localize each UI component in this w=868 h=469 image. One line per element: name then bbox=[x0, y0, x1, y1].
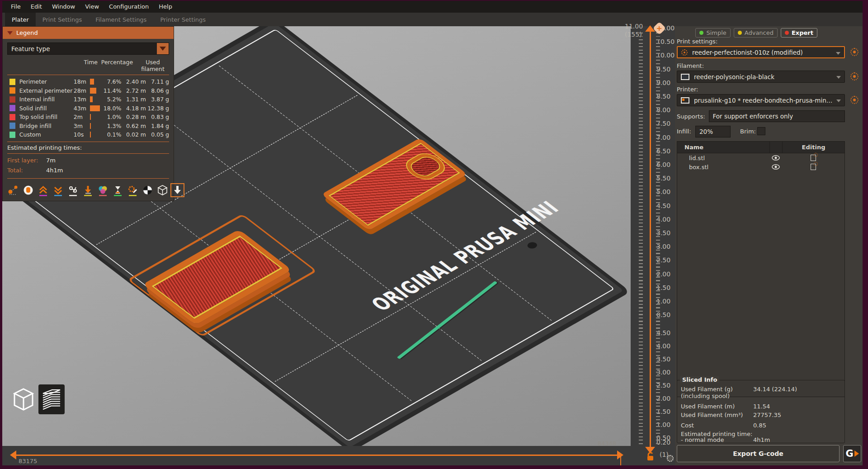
menu-item-file[interactable]: File bbox=[6, 1, 26, 13]
horizontal-slider-left-handle[interactable] bbox=[10, 450, 16, 460]
first-layer-value: 7m bbox=[46, 157, 56, 164]
layer-slider-max-count: (155) bbox=[625, 31, 646, 38]
feature-weight: 0.83 g bbox=[146, 114, 169, 120]
editing-header: Editing bbox=[782, 142, 844, 153]
object-view-icon[interactable] bbox=[171, 184, 184, 196]
legend-header[interactable]: Legend bbox=[3, 27, 174, 39]
percentage-bar bbox=[90, 79, 103, 85]
editing-icon[interactable] bbox=[782, 155, 844, 161]
tab-plater[interactable]: Plater bbox=[5, 13, 36, 26]
print-settings-edit-button[interactable] bbox=[850, 48, 859, 56]
preview-view-button[interactable] bbox=[38, 384, 65, 414]
filament-color-swatch bbox=[681, 74, 689, 80]
color-changes-icon[interactable] bbox=[97, 184, 109, 196]
object-name: box.stl bbox=[677, 164, 769, 171]
layer-slider-track[interactable] bbox=[650, 31, 651, 448]
filament-edit-button[interactable] bbox=[850, 72, 859, 81]
infill-select[interactable]: 20% bbox=[695, 126, 731, 137]
center-of-mass-icon[interactable] bbox=[142, 184, 154, 196]
travel-icon[interactable] bbox=[7, 184, 19, 196]
col-percentage: Percentage bbox=[98, 59, 137, 72]
feature-color-swatch bbox=[9, 79, 15, 85]
slider-settings-gear-icon[interactable] bbox=[667, 455, 674, 462]
unlock-icon[interactable] bbox=[646, 451, 655, 461]
deretractions-icon[interactable] bbox=[52, 184, 64, 196]
sliced-info-label: Used Filament (g) (including spool) bbox=[681, 386, 753, 399]
feature-name: External perimeter bbox=[19, 87, 74, 94]
3d-editor-view-button[interactable] bbox=[10, 384, 37, 414]
menu-item-view[interactable]: View bbox=[80, 1, 104, 13]
feature-time: 28m bbox=[74, 87, 90, 94]
wipe-icon[interactable] bbox=[22, 184, 34, 196]
feature-color-swatch bbox=[9, 132, 15, 138]
printer-select[interactable]: prusalink-g10 * reeder-bondtech-prusa-mi… bbox=[677, 94, 845, 106]
visibility-eye-icon[interactable] bbox=[769, 155, 782, 161]
dropdown-arrow-icon[interactable] bbox=[157, 43, 169, 54]
view-type-select[interactable]: Feature type bbox=[7, 43, 169, 55]
seams-icon[interactable] bbox=[67, 184, 79, 196]
lid-slot-hole bbox=[401, 151, 450, 183]
menu-item-configuration[interactable]: Configuration bbox=[104, 1, 154, 13]
separator bbox=[7, 75, 169, 75]
mode-button-simple[interactable]: Simple bbox=[695, 28, 730, 38]
object-rows: lid.stlbox.stl bbox=[677, 153, 844, 171]
custom-gcode-icon[interactable] bbox=[127, 184, 139, 196]
object-name: lid.stl bbox=[677, 155, 769, 161]
feature-length: 4.18 m bbox=[121, 105, 146, 112]
brim-checkbox[interactable] bbox=[757, 127, 765, 135]
brim-label: Brim: bbox=[740, 128, 756, 135]
separator bbox=[7, 153, 169, 154]
feature-name: Top solid infill bbox=[19, 114, 74, 120]
supports-value: For support enforcers only bbox=[713, 113, 793, 120]
menu-item-edit[interactable]: Edit bbox=[26, 1, 47, 13]
tool-changes-icon[interactable] bbox=[82, 184, 94, 196]
collapse-triangle-icon bbox=[7, 31, 13, 35]
menu-item-help[interactable]: Help bbox=[154, 1, 177, 13]
menu-item-window[interactable]: Window bbox=[47, 1, 80, 13]
mode-button-advanced[interactable]: Advanced bbox=[734, 28, 778, 38]
object-row[interactable]: lid.stl bbox=[677, 153, 844, 162]
legend-row: Bridge infill3m1.3%0.62 m1.84 g bbox=[7, 122, 169, 131]
pauses-icon[interactable] bbox=[112, 184, 124, 196]
print-settings-label: Print settings: bbox=[677, 38, 717, 45]
print-settings-select[interactable]: reeder-perfectionist-010z (modified) bbox=[677, 46, 845, 58]
legend-body: Feature type Time Percentage Used filame… bbox=[3, 39, 174, 201]
gcode-toggles-row bbox=[7, 184, 169, 196]
first-layer-label: First layer: bbox=[7, 157, 46, 164]
shells-icon[interactable] bbox=[156, 184, 169, 196]
retractions-icon[interactable] bbox=[37, 184, 49, 196]
feature-time: 3m bbox=[74, 123, 90, 129]
export-gcode-button[interactable]: Export G-code bbox=[677, 445, 840, 462]
sliced-info-row: Used Filament (g) (including spool)34.14… bbox=[681, 386, 842, 399]
editing-icon[interactable] bbox=[782, 164, 844, 170]
feature-percentage: 1.3% bbox=[103, 123, 121, 129]
printer-edit-button[interactable] bbox=[850, 96, 859, 104]
export-gcode-quick-button[interactable]: G bbox=[843, 445, 861, 462]
feature-weight: 7.11 g bbox=[146, 78, 169, 85]
filament-select[interactable]: reeder-polysonic-pla-black bbox=[677, 71, 845, 83]
tab-print-settings[interactable]: Print Settings bbox=[36, 13, 89, 26]
supports-row: Supports: For support enforcers only bbox=[677, 110, 845, 122]
preset-gear-icon bbox=[681, 49, 688, 56]
visibility-eye-icon[interactable] bbox=[769, 164, 782, 170]
sliced-info-box: Sliced Info Used Filament (g) (including… bbox=[677, 380, 845, 443]
horizontal-slider-track[interactable] bbox=[16, 455, 620, 456]
feature-weight: 0.05 g bbox=[146, 131, 169, 138]
infill-label: Infill: bbox=[677, 128, 691, 135]
object-row[interactable]: box.stl bbox=[677, 162, 844, 171]
tab-filament-settings[interactable]: Filament Settings bbox=[89, 13, 153, 26]
feature-color-swatch bbox=[9, 87, 15, 94]
feature-weight: 1.84 g bbox=[146, 123, 169, 129]
separator bbox=[7, 178, 169, 179]
mode-button-expert[interactable]: Expert bbox=[781, 28, 817, 38]
legend-row: External perimeter28m11.4%2.72 m8.06 g bbox=[7, 86, 169, 95]
feature-time: 43m bbox=[74, 105, 90, 112]
feature-percentage: 1.0% bbox=[103, 114, 121, 120]
supports-select[interactable]: For support enforcers only bbox=[709, 110, 845, 122]
tab-printer-settings[interactable]: Printer Settings bbox=[153, 13, 212, 26]
feature-color-swatch bbox=[9, 96, 15, 103]
gcode-g-label: G bbox=[845, 448, 853, 459]
layer-slider-ticks-right bbox=[656, 33, 660, 445]
mode-dot-icon bbox=[699, 31, 703, 35]
mode-dot-icon bbox=[738, 31, 742, 35]
